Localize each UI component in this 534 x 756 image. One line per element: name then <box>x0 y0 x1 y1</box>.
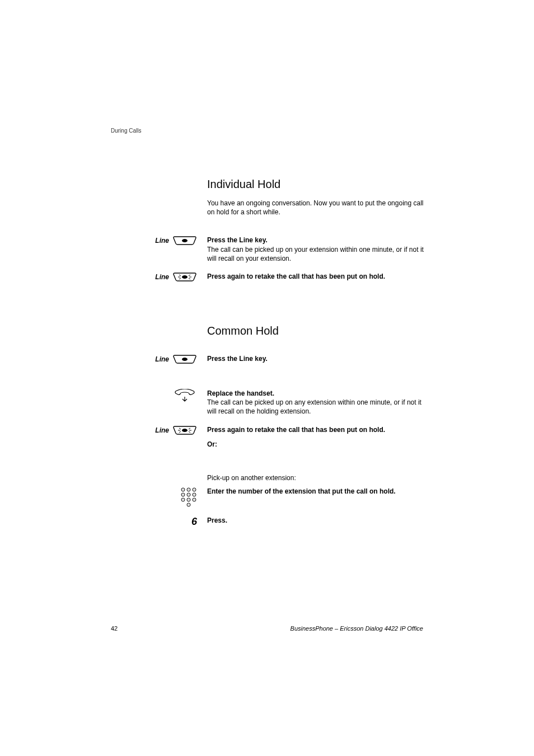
svg-point-1 <box>182 275 188 279</box>
svg-point-9 <box>182 429 188 432</box>
svg-point-34 <box>194 499 194 500</box>
svg-line-6 <box>189 275 190 276</box>
line-key-flash-icon <box>172 425 197 435</box>
keypad-icon <box>180 487 197 507</box>
digit-6-label: 6 <box>191 516 197 528</box>
svg-point-0 <box>182 239 188 242</box>
page-number: 42 <box>111 625 118 632</box>
svg-point-31 <box>194 494 194 495</box>
svg-point-35 <box>188 504 189 505</box>
svg-point-28 <box>194 489 194 490</box>
svg-line-14 <box>189 428 190 429</box>
press-line-key-desc: The call can be picked up on your extens… <box>207 245 424 263</box>
press-line-key-label: Press the Line key. <box>207 354 424 363</box>
svg-line-15 <box>189 431 190 433</box>
enter-ext-number-label: Enter the number of the extension that p… <box>207 487 424 496</box>
svg-point-26 <box>182 489 183 490</box>
svg-point-8 <box>182 358 188 361</box>
common-hold-heading: Common Hold <box>207 325 424 337</box>
replace-handset-label: Replace the handset. <box>207 389 424 398</box>
svg-line-7 <box>189 278 190 279</box>
page-footer: 42 BusinessPhone – Ericsson Dialog 4422 … <box>111 625 423 632</box>
line-label: Line <box>155 273 169 281</box>
svg-line-12 <box>179 431 181 433</box>
press-again-retake-label: Press again to retake the call that has … <box>207 272 424 281</box>
svg-line-11 <box>179 428 181 429</box>
pickup-another-ext-text: Pick-up on another extension: <box>207 473 424 482</box>
svg-line-3 <box>179 275 181 276</box>
svg-point-29 <box>182 494 183 495</box>
section-header-label: During Calls <box>111 128 141 134</box>
svg-line-4 <box>179 278 181 279</box>
svg-point-32 <box>182 499 183 500</box>
svg-point-27 <box>188 489 189 490</box>
line-key-icon <box>172 236 197 246</box>
line-key-flash-icon <box>172 272 197 282</box>
or-label: Or: <box>207 440 424 449</box>
line-label: Line <box>155 237 169 245</box>
line-label: Line <box>155 355 169 363</box>
svg-point-30 <box>188 494 189 495</box>
footer-title: BusinessPhone – Ericsson Dialog 4422 IP … <box>291 625 423 632</box>
replace-handset-desc: The call can be picked up on any extensi… <box>207 398 424 416</box>
press-label: Press. <box>207 516 424 525</box>
individual-hold-intro: You have an ongoing conversation. Now yo… <box>207 199 424 217</box>
page-content: Individual Hold You have an ongoing conv… <box>111 178 424 537</box>
individual-hold-heading: Individual Hold <box>207 178 424 191</box>
line-key-icon <box>172 354 197 364</box>
press-again-retake-label: Press again to retake the call that has … <box>207 425 424 434</box>
handset-down-icon <box>172 389 197 405</box>
svg-point-33 <box>188 499 189 500</box>
line-label: Line <box>155 426 169 434</box>
press-line-key-label: Press the Line key. <box>207 236 424 245</box>
